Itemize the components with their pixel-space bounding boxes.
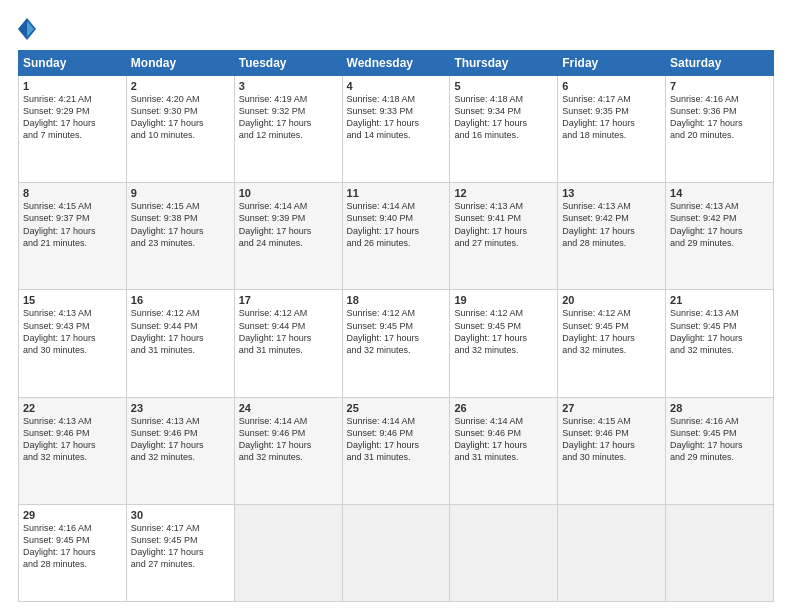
cell-details: Sunrise: 4:15 AMSunset: 9:37 PMDaylight:… [23,200,122,249]
header [18,18,774,40]
day-number: 8 [23,187,122,199]
weekday-header-wednesday: Wednesday [342,51,450,76]
day-number: 26 [454,402,553,414]
cell-details: Sunrise: 4:12 AMSunset: 9:45 PMDaylight:… [562,307,661,356]
logo [18,18,40,40]
cell-details: Sunrise: 4:14 AMSunset: 9:46 PMDaylight:… [347,415,446,464]
day-number: 19 [454,294,553,306]
calendar-cell: 13Sunrise: 4:13 AMSunset: 9:42 PMDayligh… [558,183,666,290]
cell-details: Sunrise: 4:18 AMSunset: 9:34 PMDaylight:… [454,93,553,142]
cell-details: Sunrise: 4:13 AMSunset: 9:43 PMDaylight:… [23,307,122,356]
day-number: 18 [347,294,446,306]
weekday-header-saturday: Saturday [666,51,774,76]
day-number: 5 [454,80,553,92]
calendar-cell: 26Sunrise: 4:14 AMSunset: 9:46 PMDayligh… [450,397,558,504]
cell-details: Sunrise: 4:16 AMSunset: 9:45 PMDaylight:… [670,415,769,464]
calendar-cell: 23Sunrise: 4:13 AMSunset: 9:46 PMDayligh… [126,397,234,504]
day-number: 23 [131,402,230,414]
day-number: 10 [239,187,338,199]
calendar-week-row: 1Sunrise: 4:21 AMSunset: 9:29 PMDaylight… [19,76,774,183]
cell-details: Sunrise: 4:12 AMSunset: 9:45 PMDaylight:… [347,307,446,356]
cell-details: Sunrise: 4:16 AMSunset: 9:45 PMDaylight:… [23,522,122,571]
day-number: 25 [347,402,446,414]
weekday-header-thursday: Thursday [450,51,558,76]
calendar-cell: 9Sunrise: 4:15 AMSunset: 9:38 PMDaylight… [126,183,234,290]
calendar-cell: 3Sunrise: 4:19 AMSunset: 9:32 PMDaylight… [234,76,342,183]
day-number: 14 [670,187,769,199]
calendar-header-row: SundayMondayTuesdayWednesdayThursdayFrid… [19,51,774,76]
cell-details: Sunrise: 4:12 AMSunset: 9:44 PMDaylight:… [239,307,338,356]
cell-details: Sunrise: 4:13 AMSunset: 9:42 PMDaylight:… [670,200,769,249]
calendar-cell: 15Sunrise: 4:13 AMSunset: 9:43 PMDayligh… [19,290,127,397]
calendar-cell [666,504,774,601]
weekday-header-monday: Monday [126,51,234,76]
calendar-cell: 11Sunrise: 4:14 AMSunset: 9:40 PMDayligh… [342,183,450,290]
day-number: 24 [239,402,338,414]
cell-details: Sunrise: 4:13 AMSunset: 9:42 PMDaylight:… [562,200,661,249]
day-number: 16 [131,294,230,306]
cell-details: Sunrise: 4:14 AMSunset: 9:46 PMDaylight:… [454,415,553,464]
day-number: 20 [562,294,661,306]
day-number: 6 [562,80,661,92]
cell-details: Sunrise: 4:12 AMSunset: 9:45 PMDaylight:… [454,307,553,356]
day-number: 4 [347,80,446,92]
calendar-table: SundayMondayTuesdayWednesdayThursdayFrid… [18,50,774,602]
day-number: 11 [347,187,446,199]
calendar-cell: 4Sunrise: 4:18 AMSunset: 9:33 PMDaylight… [342,76,450,183]
day-number: 30 [131,509,230,521]
cell-details: Sunrise: 4:13 AMSunset: 9:41 PMDaylight:… [454,200,553,249]
day-number: 29 [23,509,122,521]
cell-details: Sunrise: 4:16 AMSunset: 9:36 PMDaylight:… [670,93,769,142]
calendar-cell: 28Sunrise: 4:16 AMSunset: 9:45 PMDayligh… [666,397,774,504]
cell-details: Sunrise: 4:13 AMSunset: 9:46 PMDaylight:… [131,415,230,464]
cell-details: Sunrise: 4:17 AMSunset: 9:35 PMDaylight:… [562,93,661,142]
weekday-header-friday: Friday [558,51,666,76]
day-number: 3 [239,80,338,92]
calendar-cell: 2Sunrise: 4:20 AMSunset: 9:30 PMDaylight… [126,76,234,183]
day-number: 12 [454,187,553,199]
cell-details: Sunrise: 4:19 AMSunset: 9:32 PMDaylight:… [239,93,338,142]
day-number: 13 [562,187,661,199]
calendar-cell: 8Sunrise: 4:15 AMSunset: 9:37 PMDaylight… [19,183,127,290]
calendar-cell: 7Sunrise: 4:16 AMSunset: 9:36 PMDaylight… [666,76,774,183]
day-number: 21 [670,294,769,306]
calendar-cell: 14Sunrise: 4:13 AMSunset: 9:42 PMDayligh… [666,183,774,290]
calendar-cell: 22Sunrise: 4:13 AMSunset: 9:46 PMDayligh… [19,397,127,504]
cell-details: Sunrise: 4:15 AMSunset: 9:46 PMDaylight:… [562,415,661,464]
cell-details: Sunrise: 4:20 AMSunset: 9:30 PMDaylight:… [131,93,230,142]
calendar-cell: 17Sunrise: 4:12 AMSunset: 9:44 PMDayligh… [234,290,342,397]
calendar-cell: 1Sunrise: 4:21 AMSunset: 9:29 PMDaylight… [19,76,127,183]
calendar-cell: 27Sunrise: 4:15 AMSunset: 9:46 PMDayligh… [558,397,666,504]
cell-details: Sunrise: 4:17 AMSunset: 9:45 PMDaylight:… [131,522,230,571]
day-number: 15 [23,294,122,306]
calendar-week-row: 29Sunrise: 4:16 AMSunset: 9:45 PMDayligh… [19,504,774,601]
day-number: 1 [23,80,122,92]
calendar-cell: 16Sunrise: 4:12 AMSunset: 9:44 PMDayligh… [126,290,234,397]
calendar-week-row: 22Sunrise: 4:13 AMSunset: 9:46 PMDayligh… [19,397,774,504]
calendar-cell: 29Sunrise: 4:16 AMSunset: 9:45 PMDayligh… [19,504,127,601]
calendar-cell [342,504,450,601]
calendar-cell: 24Sunrise: 4:14 AMSunset: 9:46 PMDayligh… [234,397,342,504]
day-number: 27 [562,402,661,414]
calendar-cell: 19Sunrise: 4:12 AMSunset: 9:45 PMDayligh… [450,290,558,397]
day-number: 9 [131,187,230,199]
cell-details: Sunrise: 4:13 AMSunset: 9:46 PMDaylight:… [23,415,122,464]
cell-details: Sunrise: 4:14 AMSunset: 9:46 PMDaylight:… [239,415,338,464]
logo-icon [18,18,36,40]
calendar-cell [558,504,666,601]
calendar-cell: 10Sunrise: 4:14 AMSunset: 9:39 PMDayligh… [234,183,342,290]
day-number: 2 [131,80,230,92]
cell-details: Sunrise: 4:14 AMSunset: 9:40 PMDaylight:… [347,200,446,249]
calendar-cell [234,504,342,601]
calendar-cell: 20Sunrise: 4:12 AMSunset: 9:45 PMDayligh… [558,290,666,397]
cell-details: Sunrise: 4:18 AMSunset: 9:33 PMDaylight:… [347,93,446,142]
calendar-cell: 6Sunrise: 4:17 AMSunset: 9:35 PMDaylight… [558,76,666,183]
weekday-header-tuesday: Tuesday [234,51,342,76]
day-number: 22 [23,402,122,414]
calendar-week-row: 15Sunrise: 4:13 AMSunset: 9:43 PMDayligh… [19,290,774,397]
day-number: 17 [239,294,338,306]
day-number: 7 [670,80,769,92]
calendar-cell [450,504,558,601]
weekday-header-sunday: Sunday [19,51,127,76]
calendar-cell: 5Sunrise: 4:18 AMSunset: 9:34 PMDaylight… [450,76,558,183]
